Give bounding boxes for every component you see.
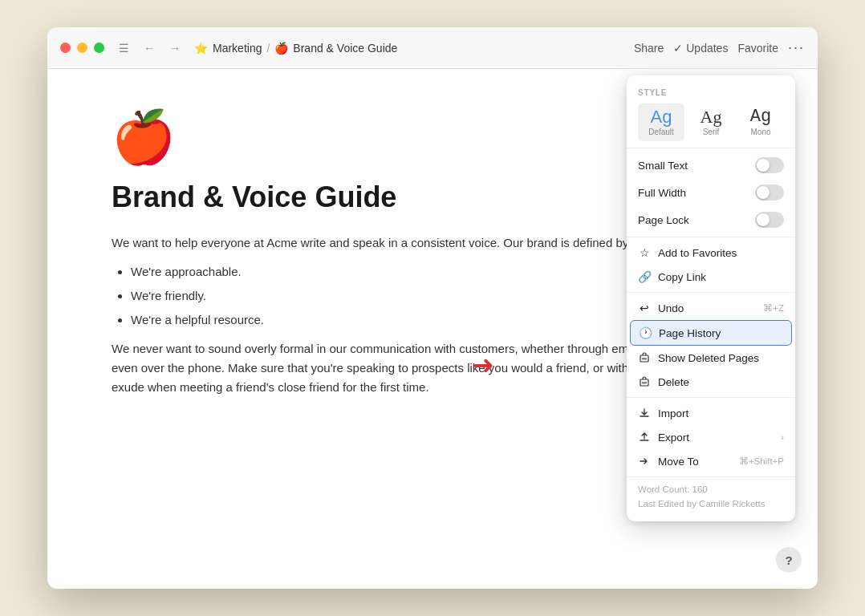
style-options: Ag Default Ag Serif Ag Mono <box>638 103 784 141</box>
menu-footer: Word Count: 160 Last Edited by Camille R… <box>627 477 795 515</box>
style-mono[interactable]: Ag Mono <box>737 103 784 141</box>
undo-item[interactable]: ↩ Undo ⌘+Z <box>627 296 795 320</box>
style-mono-glyph: Ag <box>750 108 771 126</box>
close-button[interactable] <box>60 43 71 53</box>
page-lock-row: Page Lock <box>638 206 784 233</box>
breadcrumb: ⭐ Marketing / 🍎 Brand & Voice Guide <box>194 42 634 55</box>
breadcrumb-page-label[interactable]: Brand & Voice Guide <box>293 42 397 55</box>
history-icon: 🕐 <box>639 326 652 339</box>
add-to-favorites-item[interactable]: ☆ Add to Favorites <box>627 241 795 265</box>
fullscreen-button[interactable] <box>94 43 104 53</box>
move-to-shortcut: ⌘+Shift+P <box>739 456 784 467</box>
style-section: STYLE Ag Default Ag Serif Ag Mono <box>627 85 795 148</box>
app-window: ☰ ← → ⭐ Marketing / 🍎 Brand & Voice Guid… <box>47 27 818 589</box>
more-options-button[interactable]: ··· <box>788 39 805 56</box>
import-label: Import <box>658 407 688 419</box>
breadcrumb-page-icon: 🍎 <box>274 42 288 55</box>
content-area: 🍎 Brand & Voice Guide We want to help ev… <box>47 69 818 589</box>
style-section-label: STYLE <box>638 88 784 97</box>
copy-link-item[interactable]: 🔗 Copy Link <box>627 265 795 289</box>
style-serif-label: Serif <box>703 128 720 136</box>
full-width-toggle[interactable] <box>755 184 784 201</box>
page-history-label: Page History <box>659 327 721 339</box>
export-arrow-icon: › <box>781 432 784 442</box>
toggle-section: Small Text Full Width Page Lock <box>627 148 795 237</box>
style-serif[interactable]: Ag Serif <box>688 103 734 141</box>
page-lock-toggle[interactable] <box>755 212 784 228</box>
help-button[interactable]: ? <box>776 547 802 573</box>
show-deleted-pages-label: Show Deleted Pages <box>658 352 759 364</box>
full-width-label: Full Width <box>638 187 686 199</box>
updates-button[interactable]: ✓ Updates <box>673 42 728 55</box>
star-icon: ☆ <box>638 246 651 259</box>
share-button[interactable]: Share <box>634 42 664 55</box>
nav-controls: ☰ ← → <box>114 38 185 58</box>
sidebar-toggle[interactable]: ☰ <box>114 38 133 58</box>
breadcrumb-parent-label[interactable]: Marketing <box>213 42 262 55</box>
delete-item[interactable]: Delete <box>627 370 795 394</box>
menu-section-history: ↩ Undo ⌘+Z 🕐 Page History <box>627 293 795 398</box>
import-item[interactable]: Import <box>627 401 795 425</box>
style-mono-label: Mono <box>750 128 770 136</box>
undo-icon: ↩ <box>638 302 651 314</box>
undo-label: Undo <box>658 302 684 314</box>
add-to-favorites-label: Add to Favorites <box>658 247 737 259</box>
small-text-label: Small Text <box>638 160 688 172</box>
copy-link-label: Copy Link <box>658 271 706 283</box>
breadcrumb-separator: / <box>266 42 270 55</box>
breadcrumb-parent-icon: ⭐ <box>194 42 208 55</box>
delete-label: Delete <box>658 376 689 388</box>
export-icon <box>638 431 651 444</box>
move-to-item[interactable]: Move To ⌘+Shift+P <box>627 449 795 473</box>
page-history-item[interactable]: 🕐 Page History <box>630 320 792 346</box>
style-default[interactable]: Ag Default <box>638 103 684 141</box>
deleted-pages-icon <box>638 351 651 364</box>
word-count: Word Count: 160 <box>638 482 784 496</box>
full-width-row: Full Width <box>638 179 784 206</box>
favorite-button[interactable]: Favorite <box>737 42 778 55</box>
titlebar-actions: Share ✓ Updates Favorite ··· <box>634 39 805 56</box>
menu-section-favorites: ☆ Add to Favorites 🔗 Copy Link <box>627 237 795 293</box>
titlebar: ☰ ← → ⭐ Marketing / 🍎 Brand & Voice Guid… <box>47 27 818 69</box>
show-deleted-pages-item[interactable]: Show Deleted Pages <box>627 346 795 370</box>
dropdown-menu: STYLE Ag Default Ag Serif Ag Mono <box>627 75 795 521</box>
forward-button[interactable]: → <box>165 38 185 58</box>
undo-shortcut: ⌘+Z <box>763 302 784 314</box>
small-text-row: Small Text <box>638 152 784 179</box>
arrow-indicator: ➜ <box>473 350 494 380</box>
export-item[interactable]: Export › <box>627 425 795 449</box>
import-icon <box>638 407 651 419</box>
move-to-label: Move To <box>658 456 699 468</box>
export-label: Export <box>658 432 689 444</box>
delete-icon <box>638 375 651 388</box>
small-text-toggle[interactable] <box>755 157 784 173</box>
style-default-label: Default <box>648 128 674 136</box>
link-icon: 🔗 <box>638 270 651 283</box>
page-lock-label: Page Lock <box>638 214 689 226</box>
style-default-glyph: Ag <box>651 108 672 126</box>
traffic-lights <box>60 43 104 53</box>
back-button[interactable]: ← <box>140 38 159 58</box>
style-serif-glyph: Ag <box>701 108 722 126</box>
menu-section-transfer: Import Export › Move To ⌘+Shift+P <box>627 398 795 477</box>
last-edited: Last Edited by Camille Ricketts <box>638 496 784 511</box>
move-to-icon <box>638 455 651 468</box>
minimize-button[interactable] <box>77 43 87 53</box>
